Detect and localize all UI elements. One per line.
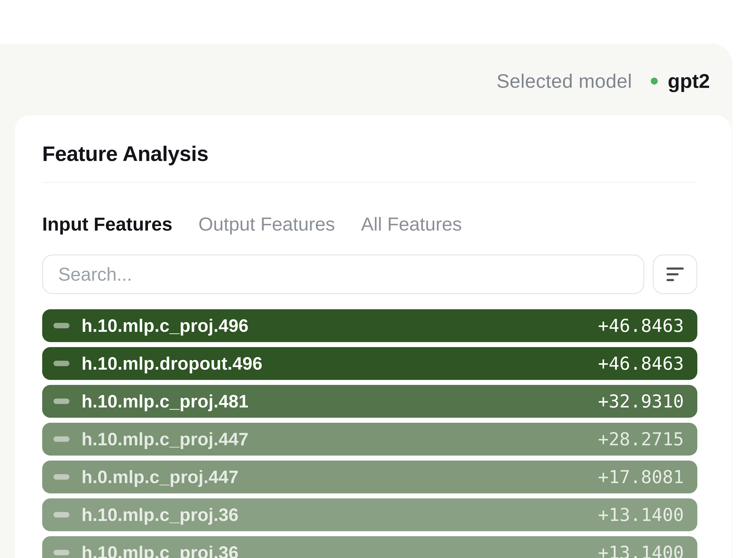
dash-icon	[54, 436, 70, 442]
tabs: Input Features Output Features All Featu…	[42, 213, 697, 234]
feature-name: h.10.mlp.c_proj.481	[81, 391, 598, 411]
feature-name: h.10.mlp.c_proj.496	[81, 315, 598, 336]
feature-row[interactable]: h.10.mlp.c_proj.447 +28.2715	[42, 423, 697, 456]
feature-name: h.0.mlp.c_proj.447	[81, 466, 598, 487]
tab-all-features[interactable]: All Features	[361, 213, 462, 234]
divider	[42, 182, 697, 183]
feature-value: +13.1400	[598, 542, 684, 558]
feature-value: +32.9310	[598, 391, 684, 412]
filter-sort-icon	[666, 267, 684, 282]
model-panel: Selected model gpt2 Feature Analysis Inp…	[0, 44, 732, 558]
feature-value: +46.8463	[598, 353, 684, 374]
tab-output-features[interactable]: Output Features	[198, 213, 335, 234]
feature-list: h.10.mlp.c_proj.496 +46.8463 h.10.mlp.dr…	[42, 309, 697, 558]
dash-icon	[54, 474, 70, 480]
feature-value: +46.8463	[598, 315, 684, 336]
feature-row[interactable]: h.10.mlp.dropout.496 +46.8463	[42, 347, 697, 380]
feature-row[interactable]: h.10.mlp.c_proj.496 +46.8463	[42, 309, 697, 342]
feature-row[interactable]: h.10.mlp.c_proj.36 +13.1400	[42, 499, 697, 531]
dash-icon	[54, 512, 70, 517]
feature-value: +13.1400	[598, 504, 684, 525]
feature-name: h.10.mlp.c_proj.36	[81, 504, 598, 525]
filter-button[interactable]	[653, 254, 697, 294]
search-row	[42, 254, 697, 294]
page: Selected model gpt2 Feature Analysis Inp…	[0, 0, 756, 558]
feature-row[interactable]: h.0.mlp.c_proj.447 +17.8081	[42, 461, 697, 493]
model-name: gpt2	[668, 70, 710, 93]
tab-input-features[interactable]: Input Features	[42, 213, 172, 234]
feature-value: +28.2715	[598, 429, 684, 450]
feature-value: +17.8081	[598, 466, 684, 487]
feature-name: h.10.mlp.c_proj.447	[81, 429, 598, 449]
page-title: Feature Analysis	[42, 143, 697, 165]
search-input[interactable]	[42, 254, 644, 294]
dash-icon	[54, 323, 70, 328]
feature-row[interactable]: h.10.mlp.c_proj.481 +32.9310	[42, 385, 697, 418]
selected-model-label: Selected model	[496, 70, 632, 92]
dash-icon	[54, 361, 70, 366]
feature-analysis-card: Feature Analysis Input Features Output F…	[15, 115, 731, 558]
feature-row[interactable]: h.10.mlp.c_proj.36 +13.1400	[42, 536, 697, 558]
dash-icon	[54, 550, 70, 555]
feature-name: h.10.mlp.c_proj.36	[81, 542, 598, 558]
model-status-dot	[651, 78, 658, 84]
model-header: Selected model gpt2	[496, 70, 710, 93]
feature-name: h.10.mlp.dropout.496	[81, 353, 598, 374]
dash-icon	[54, 399, 70, 404]
